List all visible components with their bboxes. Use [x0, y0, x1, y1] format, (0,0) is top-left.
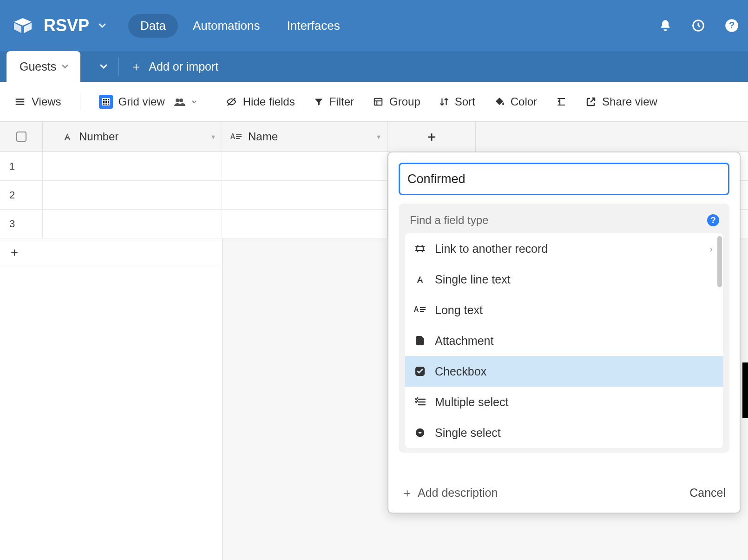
column-label: Number: [79, 130, 118, 143]
collaborate-icon[interactable]: [173, 97, 185, 106]
flyout-footer: ＋ Add description Cancel: [399, 485, 729, 502]
help-icon[interactable]: ?: [707, 214, 719, 226]
grid-view-label: Grid view: [118, 95, 165, 108]
checkbox-icon: [413, 366, 426, 377]
column-menu-chevron-icon[interactable]: ▾: [211, 132, 215, 141]
scrollbar-thumb[interactable]: [717, 236, 722, 287]
table-tabs-bar: Guests ＋ Add or import: [0, 51, 748, 82]
plus-icon: ＋: [401, 485, 413, 501]
field-type-label: Link to another record: [435, 242, 548, 256]
field-type-single-select[interactable]: Single select: [405, 417, 723, 448]
field-type-label: Multiple select: [435, 395, 508, 409]
add-column-button[interactable]: ＋: [387, 122, 476, 152]
row-height-button[interactable]: [556, 96, 567, 107]
field-type-attachment[interactable]: Attachment: [405, 325, 723, 356]
column-header-number[interactable]: Number ▾: [43, 122, 222, 152]
view-menu-chevron-icon[interactable]: [191, 99, 197, 105]
field-type-label: Long text: [435, 303, 483, 317]
cell[interactable]: [222, 152, 387, 180]
field-type-long-text[interactable]: Long text: [405, 295, 723, 325]
sort-button[interactable]: Sort: [439, 95, 475, 108]
find-field-type-label[interactable]: Find a field type: [410, 214, 488, 227]
column-menu-chevron-icon[interactable]: ▾: [377, 132, 381, 141]
add-description-button[interactable]: ＋ Add description: [401, 485, 498, 501]
cancel-button[interactable]: Cancel: [689, 486, 726, 500]
divider: [80, 93, 80, 110]
top-bar: RSVP Data Automations Interfaces ?: [0, 0, 748, 51]
group-label: Group: [389, 95, 420, 108]
field-type-list: Link to another record › Single line tex…: [405, 233, 723, 448]
table-tab-label: Guests: [20, 60, 56, 73]
field-type-checkbox[interactable]: Checkbox: [405, 356, 723, 387]
table-tab-chevron-icon[interactable]: [61, 62, 69, 71]
long-text-icon: [413, 305, 426, 315]
column-label: Name: [248, 130, 278, 143]
history-icon[interactable]: [691, 19, 705, 33]
row-number: 2: [0, 181, 43, 209]
field-name-input[interactable]: [399, 163, 729, 195]
plus-icon: ＋: [130, 59, 142, 75]
topbar-right: ?: [659, 19, 739, 33]
share-view-label: Share view: [602, 95, 657, 108]
column-header-name[interactable]: Name ▾: [222, 122, 387, 152]
cell[interactable]: [222, 181, 387, 209]
link-record-icon: [413, 244, 426, 253]
field-type-label: Checkbox: [435, 365, 486, 378]
notifications-icon[interactable]: [659, 19, 672, 32]
color-label: Color: [511, 95, 537, 108]
field-type-multiple-select[interactable]: Multiple select: [405, 387, 723, 417]
workspace-tabs: Data Automations Interfaces: [128, 14, 352, 38]
single-line-text-icon: [413, 274, 426, 284]
cell[interactable]: [43, 152, 222, 180]
single-select-icon: [413, 428, 426, 438]
share-view-button[interactable]: Share view: [585, 95, 657, 108]
views-button[interactable]: Views: [14, 95, 61, 108]
side-handle[interactable]: [742, 362, 748, 418]
hide-fields-button[interactable]: Hide fields: [225, 95, 295, 108]
attachment-icon: [413, 335, 426, 346]
group-button[interactable]: Group: [373, 95, 420, 108]
row-number: 1: [0, 152, 43, 180]
base-logo-icon: [12, 17, 33, 34]
add-or-import-button[interactable]: ＋ Add or import: [119, 51, 230, 82]
cell[interactable]: [222, 210, 387, 238]
field-type-single-line-text[interactable]: Single line text: [405, 264, 723, 295]
filter-button[interactable]: Filter: [314, 95, 354, 108]
filter-label: Filter: [329, 95, 354, 108]
select-all-checkbox[interactable]: [0, 122, 43, 152]
color-button[interactable]: Color: [494, 95, 537, 108]
plus-icon: ＋: [8, 244, 20, 260]
field-type-label: Single select: [435, 426, 501, 440]
row-number: 3: [0, 210, 43, 238]
tab-interfaces[interactable]: Interfaces: [275, 14, 352, 38]
help-icon[interactable]: ?: [725, 19, 739, 33]
add-row-button[interactable]: ＋: [0, 238, 222, 266]
table-tab-guests[interactable]: Guests: [7, 51, 80, 82]
add-or-import-label: Add or import: [149, 60, 218, 73]
cancel-label: Cancel: [689, 486, 726, 499]
table-list-dropdown[interactable]: [89, 51, 118, 82]
new-field-flyout: Find a field type ? Link to another reco…: [387, 152, 741, 514]
svg-rect-8: [374, 98, 382, 105]
checkbox-icon: [16, 132, 26, 142]
field-type-label: Single line text: [435, 273, 511, 286]
svg-point-6: [179, 99, 183, 102]
field-type-label: Attachment: [435, 334, 493, 348]
plus-icon: ＋: [425, 128, 438, 145]
base-menu-chevron-icon[interactable]: [98, 21, 107, 30]
base-name[interactable]: RSVP: [44, 16, 89, 35]
field-type-link-record[interactable]: Link to another record ›: [405, 233, 723, 264]
chevron-right-icon: ›: [709, 244, 713, 254]
view-toolbar: Views Grid view Hide fields Filter Group…: [0, 82, 748, 122]
tab-automations[interactable]: Automations: [181, 14, 272, 38]
long-text-field-icon: [230, 132, 242, 141]
text-field-icon: [62, 132, 72, 142]
tab-data[interactable]: Data: [128, 14, 178, 38]
cell[interactable]: [43, 210, 222, 238]
field-type-picker: Find a field type ? Link to another reco…: [399, 204, 729, 453]
grid-view-switcher[interactable]: Grid view: [99, 95, 197, 109]
grid-view-icon: [99, 95, 113, 109]
svg-text:?: ?: [729, 20, 735, 30]
sort-label: Sort: [455, 95, 475, 108]
cell[interactable]: [43, 181, 222, 209]
